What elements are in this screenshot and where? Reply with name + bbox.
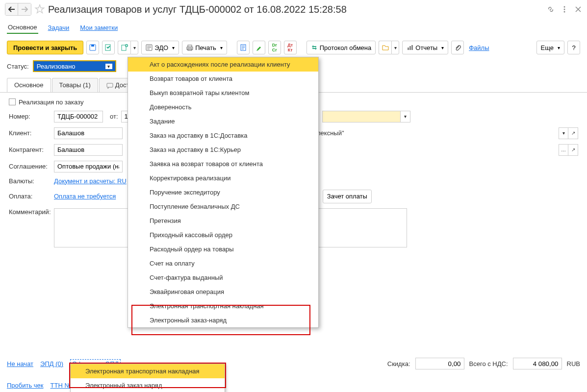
post-button[interactable]	[102, 41, 115, 54]
attach-button[interactable]	[451, 41, 464, 54]
header-actions	[547, 5, 582, 13]
menu-item[interactable]: Заказ на доставку в 1С:Курьер	[128, 143, 318, 157]
folder-icon	[382, 44, 389, 51]
post-close-button[interactable]: Провести и закрыть	[7, 41, 83, 54]
subtab-main[interactable]: Основное	[7, 78, 51, 92]
menu-item[interactable]: Счет-фактура выданный	[128, 270, 318, 285]
menu-item[interactable]: Задание	[128, 114, 318, 128]
save-icon	[89, 44, 97, 51]
menu-item[interactable]: Акт о расхождениях после реализации клие…	[128, 57, 318, 72]
top-tabs: Основное Задачи Мои заметки	[0, 19, 587, 37]
payment-link[interactable]: Оплата не требуется	[54, 193, 116, 200]
currency-label: RUB	[567, 360, 580, 368]
agreement-input[interactable]	[54, 161, 123, 172]
tab-tasks[interactable]: Задачи	[47, 22, 71, 33]
epd-menu-item[interactable]: Электронный заказ наряд	[71, 378, 225, 392]
menu-item[interactable]: Расходный ордер на товары	[128, 242, 318, 256]
reports-button[interactable]: Отчеты	[402, 41, 448, 54]
addr-open-button[interactable]: ↗	[568, 144, 578, 156]
doc-button[interactable]	[237, 41, 250, 54]
epd-menu-item[interactable]: Электронная транспортная накладная	[71, 364, 225, 378]
menu-item[interactable]: Поступление безналичных ДС	[128, 199, 318, 214]
subtab-goods[interactable]: Товары (1)	[52, 78, 98, 92]
org-input[interactable]	[322, 111, 401, 122]
print-button[interactable]: Печать	[182, 41, 227, 54]
menu-item[interactable]: Заявка на возврат товаров от клиента	[128, 157, 318, 171]
link-icon[interactable]	[547, 5, 555, 13]
protocol-button[interactable]: Протокол обмена	[306, 41, 376, 54]
agreement-label: Соглашение:	[9, 163, 54, 170]
dtkt-icon: ДтКт	[287, 43, 293, 52]
header: Реализация товаров и услуг ТДЦБ-000002 о…	[0, 0, 587, 19]
discount-input[interactable]	[415, 358, 464, 369]
save-button[interactable]	[86, 41, 99, 54]
svg-point-1	[564, 9, 565, 10]
menu-item[interactable]: Эквайринговая операция	[128, 285, 318, 299]
menu-item[interactable]: Приходный кассовый ордер	[128, 228, 318, 242]
forward-button[interactable]	[18, 3, 31, 15]
edo-button[interactable]: ЭДО	[141, 41, 179, 54]
help-button[interactable]: ?	[567, 41, 580, 54]
marker-icon	[255, 44, 262, 51]
client-input[interactable]	[54, 127, 123, 139]
epd-link[interactable]: ЭПД (0)	[40, 360, 63, 368]
discount-label: Скидка:	[387, 360, 410, 368]
create-based-on-menu: Акт о расхождениях после реализации клие…	[128, 57, 319, 328]
payment-label: Оплата:	[9, 193, 54, 200]
menu-item[interactable]: Возврат товаров от клиента	[128, 72, 318, 86]
dt-kt-button[interactable]: ДтКт	[284, 41, 297, 54]
svg-rect-9	[188, 45, 192, 47]
offset-button[interactable]: Зачет оплаты	[323, 190, 372, 203]
receipt-link[interactable]: Пробить чек	[7, 382, 44, 389]
more-button[interactable]: Еще	[536, 41, 564, 54]
dt-cr-button[interactable]: DrCr	[268, 41, 281, 54]
total-input[interactable]	[513, 358, 562, 369]
warehouse-field: ▾ ↗	[559, 127, 578, 139]
back-button[interactable]	[5, 3, 18, 15]
arrow-left-icon	[8, 6, 15, 12]
menu-item[interactable]: Счет на оплату	[128, 256, 318, 270]
menu-item[interactable]: Доверенность	[128, 100, 318, 114]
currencies-link[interactable]: Документ и расчеты: RU	[54, 177, 127, 185]
menu-item[interactable]: Заказ на доставку в 1С:Доставка	[128, 128, 318, 143]
wh-open-button[interactable]: ↗	[568, 127, 578, 139]
menu-icon[interactable]	[561, 5, 568, 13]
comment-icon	[106, 82, 113, 89]
org-select-button[interactable]: ▾	[401, 111, 410, 122]
reports-icon	[407, 44, 413, 51]
files-link[interactable]: Файлы	[467, 42, 491, 53]
chevron-down-icon: ▾	[105, 64, 112, 69]
counterparty-input[interactable]	[54, 144, 123, 156]
not-started-link[interactable]: Не начат	[7, 360, 33, 368]
svg-rect-13	[408, 48, 409, 50]
from-label: от:	[110, 113, 118, 120]
print-icon	[186, 44, 193, 51]
ttn-link[interactable]: ТТН №	[51, 382, 72, 389]
create-based-on-button[interactable]: ▾	[118, 41, 138, 54]
action-split-button[interactable]: ▾	[379, 41, 399, 54]
menu-item[interactable]: Электронная транспортная накладная	[128, 299, 318, 313]
star-icon[interactable]	[34, 4, 45, 15]
create-icon	[121, 44, 128, 51]
client-label: Клиент:	[9, 129, 54, 137]
wh-dd[interactable]: ▾	[559, 127, 568, 139]
menu-item[interactable]: Поручение экспедитору	[128, 185, 318, 199]
menu-item[interactable]: Выкуп возвратной тары клиентом	[128, 86, 318, 100]
menu-item[interactable]: Электронный заказ-наряд	[128, 313, 318, 327]
doc-icon	[240, 44, 247, 51]
edo-icon	[146, 44, 153, 51]
checkbox-label: Реализация по заказу	[19, 98, 83, 106]
dtcr-icon: DrCr	[272, 43, 277, 52]
menu-item[interactable]: Корректировка реализации	[128, 171, 318, 185]
tab-main[interactable]: Основное	[7, 22, 38, 34]
order-checkbox[interactable]	[9, 98, 16, 105]
tab-notes[interactable]: Мои заметки	[79, 22, 119, 33]
menu-item[interactable]: Претензия	[128, 214, 318, 228]
addr-dots[interactable]: …	[559, 144, 568, 156]
comment-label: Комментарий:	[9, 208, 54, 216]
addr-field: … ↗	[559, 144, 578, 156]
close-icon[interactable]	[574, 5, 582, 13]
highlight-button[interactable]	[253, 41, 265, 54]
status-select[interactable]: Реализовано ▾	[33, 60, 116, 72]
number-input[interactable]	[54, 111, 103, 122]
